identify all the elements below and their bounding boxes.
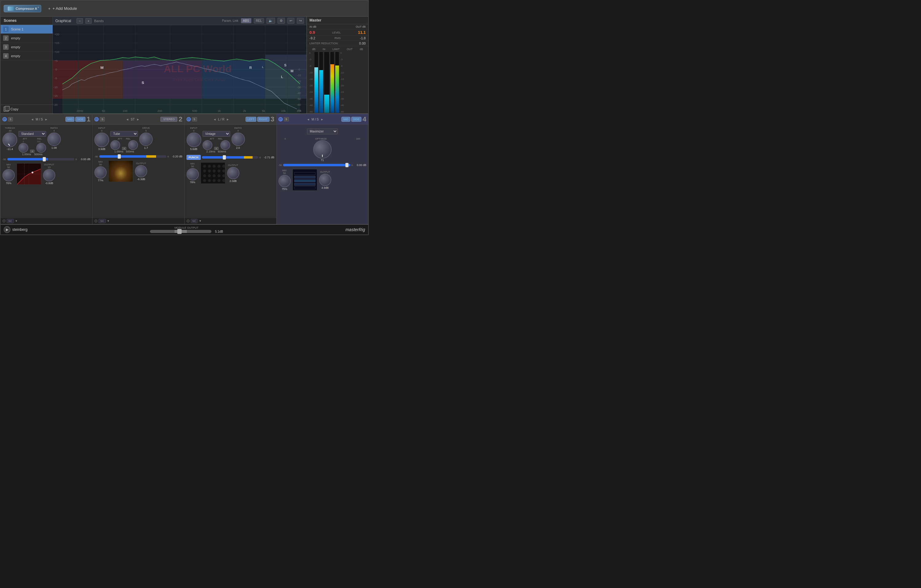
ratio-knob-3[interactable]	[231, 132, 245, 146]
auto-btn-2[interactable]: A	[122, 147, 126, 150]
module-4-solo[interactable]: S	[284, 117, 289, 121]
module-3-mode-dropdown[interactable]: Vintage Standard Tube	[202, 131, 230, 137]
module-3-sc-btn[interactable]: SC	[191, 219, 198, 223]
module-2-visual[interactable]	[109, 160, 133, 182]
module-1-sc-arrow[interactable]: ▼	[15, 220, 18, 223]
eq-minus-button[interactable]: −	[76, 18, 83, 24]
rel-knob-2[interactable]	[128, 140, 138, 150]
mix-knob-3[interactable]	[187, 168, 199, 181]
att-knob-3[interactable]	[202, 140, 212, 150]
copy-button[interactable]: Copy	[1, 104, 52, 113]
eq-speaker-button[interactable]: 🔈	[267, 18, 275, 24]
scene-item-3[interactable]: 3 empty	[1, 43, 52, 52]
module-1-solo[interactable]: S	[8, 117, 13, 121]
optimize-label: OPTIMIZE	[315, 137, 327, 140]
att-knob-1[interactable]	[18, 143, 28, 153]
input-knob-3[interactable]	[187, 132, 201, 147]
output-knob-2[interactable]	[135, 165, 147, 178]
module-4-mode-dropdown[interactable]: Maximizer	[307, 129, 338, 134]
eq-undo-button[interactable]: ↩	[287, 18, 295, 24]
ms-arrow-left-4[interactable]: ◄	[307, 118, 310, 121]
eq-abs-button[interactable]: ABS	[241, 18, 251, 23]
svg-text:ALL PC World: ALL PC World	[164, 64, 231, 74]
module-1-mode-dropdown[interactable]: Standard Vintage Tube	[18, 131, 46, 137]
output-knob-3[interactable]	[227, 167, 239, 179]
module-1-slider[interactable]	[7, 158, 74, 160]
plus-icon: ＋	[47, 6, 51, 11]
input-knob-2[interactable]	[94, 132, 109, 147]
module-1-side-btn[interactable]: SIDE	[75, 117, 85, 122]
optimize-range-labels: 0 OPTIMIZE 100	[278, 137, 366, 140]
module-2-power-small[interactable]	[94, 220, 98, 223]
module-3-visual[interactable]	[201, 162, 225, 184]
eq-settings-button[interactable]: ⚙	[278, 18, 285, 24]
module-2-slider[interactable]	[99, 155, 166, 158]
module-3-punch-btn[interactable]: PUNCH	[187, 155, 201, 160]
eq-rel-button[interactable]: REL	[254, 18, 264, 23]
mix-knob-2[interactable]	[94, 166, 107, 179]
ms-arrow-left-1[interactable]: ◄	[31, 118, 34, 121]
ms-arrow-left-2[interactable]: ◄	[126, 118, 129, 121]
module-2-power[interactable]: ⏻	[94, 117, 99, 121]
rel-label-2: REL	[126, 137, 131, 140]
auto-btn-1[interactable]: A	[30, 150, 34, 153]
mix-knob-1[interactable]	[2, 169, 15, 181]
eq-redo-button[interactable]: ↪	[297, 18, 304, 24]
drive-knob-2[interactable]	[139, 132, 153, 146]
module-1-power-small[interactable]	[2, 220, 5, 223]
output-knob-1[interactable]	[43, 169, 55, 181]
module-tab[interactable]: ✕ Compressor A	[4, 5, 41, 12]
att-knob-2[interactable]	[110, 140, 120, 150]
svg-point-81	[208, 179, 211, 182]
module-2-solo[interactable]: S	[100, 117, 105, 121]
thresh-knob-1[interactable]	[2, 132, 17, 147]
module-4-side-btn[interactable]: SIDE	[351, 117, 361, 122]
svg-point-83	[217, 179, 220, 182]
ms-arrow-right-3[interactable]: ►	[226, 118, 229, 121]
module-1-mid-btn[interactable]: MID	[65, 117, 74, 122]
ms-arrow-left-3[interactable]: ◄	[213, 118, 216, 121]
module-3-power[interactable]: ⏻	[187, 117, 191, 121]
mix-knob-4[interactable]	[278, 175, 291, 187]
module-3-power-small[interactable]	[187, 220, 190, 223]
add-module-button[interactable]: ＋ + Add Module	[47, 6, 77, 11]
ratio-knob-1[interactable]	[47, 132, 61, 146]
module-3-solo[interactable]: S	[192, 117, 197, 121]
module-1-visual[interactable]	[16, 163, 41, 185]
module-3-left-btn[interactable]: LEFT	[246, 117, 256, 122]
svg-text:-10: -10	[297, 74, 301, 77]
eq-canvas[interactable]: +20 +15 +10 +5 0 -5 -10 -15 -20 0 -10 -2…	[53, 25, 306, 113]
module-output-slider[interactable]	[150, 230, 212, 233]
close-icon[interactable]: ✕	[37, 6, 40, 9]
module-3-sc-arrow[interactable]: ▼	[199, 220, 202, 223]
module-4-slider[interactable]	[283, 164, 350, 166]
auto-btn-3[interactable]: A	[214, 147, 218, 150]
rel-knob-1[interactable]	[36, 143, 46, 153]
meter-db-label: dB	[312, 48, 316, 51]
module-2-sc-arrow[interactable]: ▼	[107, 220, 110, 223]
scene-item-2[interactable]: 2 empty	[1, 34, 52, 43]
module-3-right-btn[interactable]: RIGHT	[257, 117, 270, 122]
ms-arrow-right-4[interactable]: ►	[321, 118, 324, 121]
module-1-sc-btn[interactable]: SC	[7, 219, 14, 223]
optimize-knob-4[interactable]	[313, 140, 332, 159]
module-2: ⏻ S ◄ ST ► STEREO 2 INPUT0 3.9dB	[93, 114, 184, 224]
output-knob-4[interactable]	[319, 174, 331, 186]
module-2-sc-btn[interactable]: SC	[99, 219, 106, 223]
module-3-slider[interactable]	[202, 156, 259, 159]
module-1-slider-row: -50 0 0.00 dB	[2, 157, 90, 161]
module-4-power[interactable]: ⏻	[278, 117, 283, 121]
module-1-power[interactable]: ⏻	[2, 117, 7, 121]
module-2-mode-dropdown[interactable]: Tube Standard	[110, 131, 138, 137]
eq-plus-button[interactable]: +	[85, 18, 91, 24]
ms-arrow-right-2[interactable]: ►	[137, 118, 140, 121]
scene-item-1[interactable]: 1 Scene 1	[1, 25, 52, 34]
module-4-mid-btn[interactable]: MID	[342, 117, 350, 122]
ms-arrow-right-1[interactable]: ►	[45, 118, 48, 121]
rel-knob-3[interactable]	[220, 140, 230, 150]
svg-text:+15: +15	[54, 42, 59, 45]
visual-svg-4	[293, 169, 317, 190]
module-4-mode-row: Maximizer	[278, 129, 366, 134]
module-4-visual[interactable]	[293, 169, 317, 191]
scene-item-4[interactable]: 4 empty	[1, 52, 52, 60]
